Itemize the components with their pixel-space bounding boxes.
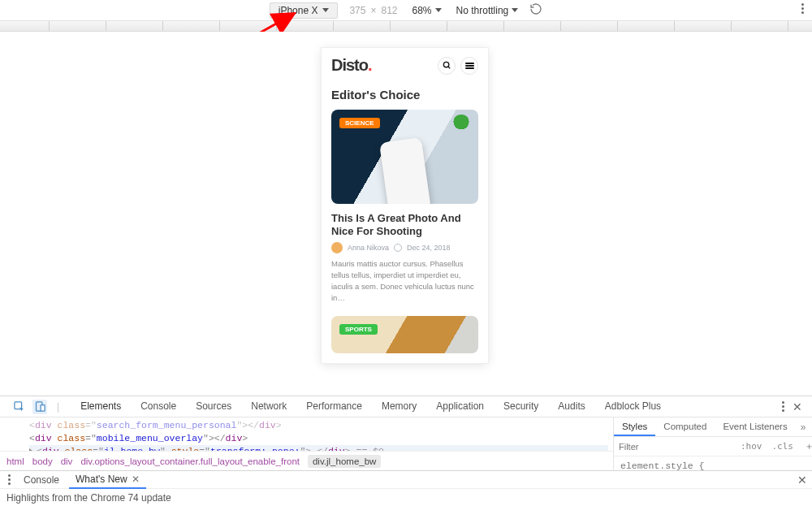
kebab-icon bbox=[801, 3, 804, 14]
dim-x: × bbox=[370, 5, 376, 16]
devtools-tabs: | Elements Console Sources Network Perfo… bbox=[0, 396, 812, 417]
dim-height[interactable]: 812 bbox=[381, 5, 397, 16]
chevron-down-icon bbox=[512, 8, 518, 12]
expand-icon[interactable] bbox=[29, 448, 33, 451]
section-title: Editor's Choice bbox=[322, 81, 488, 110]
close-drawer-button[interactable]: ✕ bbox=[797, 474, 807, 487]
hov-toggle[interactable]: :hov bbox=[736, 441, 767, 452]
tab-sources[interactable]: Sources bbox=[186, 396, 241, 417]
tab-console[interactable]: Console bbox=[131, 396, 186, 417]
drawer-more-button[interactable] bbox=[5, 474, 14, 485]
category-badge[interactable]: SCIENCE bbox=[339, 118, 380, 128]
tab-network[interactable]: Network bbox=[241, 396, 296, 417]
devtools-more-button[interactable] bbox=[782, 401, 784, 412]
device-canvas: Disto. Editor's Choice SCIENCE This Is A… bbox=[0, 32, 812, 396]
article-date: Dec 24, 2018 bbox=[407, 244, 451, 252]
device-select-label: iPhone X bbox=[279, 5, 318, 16]
elements-panel: <div class="search_form_menu_personal"><… bbox=[0, 417, 614, 470]
tab-audits[interactable]: Audits bbox=[548, 396, 594, 417]
tab-styles[interactable]: Styles bbox=[614, 417, 655, 436]
site-logo[interactable]: Disto. bbox=[331, 56, 372, 75]
chevron-down-icon bbox=[435, 8, 442, 12]
close-tab-button[interactable]: ✕ bbox=[132, 474, 140, 485]
category-badge[interactable]: SPORTS bbox=[339, 324, 378, 335]
search-icon bbox=[443, 61, 451, 70]
styles-body[interactable]: element.style { transform: none; bbox=[614, 456, 812, 470]
crumb-div1[interactable]: div bbox=[61, 456, 73, 466]
more-options-button[interactable] bbox=[801, 3, 804, 14]
dimensions: 375 × 812 bbox=[349, 5, 397, 16]
chevron-down-icon bbox=[322, 8, 329, 12]
avatar[interactable] bbox=[331, 242, 343, 253]
divider: | bbox=[54, 401, 63, 413]
article-title[interactable]: This Is A Great Photo And Nice For Shoot… bbox=[322, 204, 488, 242]
article-byline: Anna Nikova Dec 24, 2018 bbox=[322, 242, 488, 258]
styles-tabs: Styles Computed Event Listeners » bbox=[614, 417, 812, 437]
zoom-select[interactable]: 68% bbox=[412, 5, 442, 16]
drawer: Console What's New ✕ ✕ Highlights from t… bbox=[0, 470, 812, 506]
drawer-tab-whatsnew[interactable]: What's New ✕ bbox=[69, 471, 146, 489]
close-devtools-button[interactable]: ✕ bbox=[793, 400, 802, 413]
rotate-button[interactable] bbox=[529, 2, 542, 18]
styles-filter-bar: :hov .cls ＋ bbox=[614, 437, 812, 456]
logo-dot: . bbox=[368, 56, 372, 74]
crumb-html[interactable]: html bbox=[6, 456, 24, 466]
author-name[interactable]: Anna Nikova bbox=[348, 244, 389, 252]
hero-decor bbox=[452, 115, 470, 132]
styles-filter-input[interactable] bbox=[614, 439, 736, 455]
drawer-tab-label: What's New bbox=[76, 474, 127, 485]
article-hero-image[interactable]: SCIENCE bbox=[331, 110, 478, 204]
inspect-element-button[interactable] bbox=[11, 400, 26, 414]
dom-line[interactable]: <div class="mobile_menu_overlay"></div> bbox=[29, 432, 608, 445]
drawer-body: Highlights from the Chrome 74 update bbox=[0, 489, 812, 506]
throttling-value: No throttling bbox=[456, 5, 509, 16]
drawer-tab-console[interactable]: Console bbox=[17, 472, 66, 488]
search-button[interactable] bbox=[438, 57, 456, 75]
svg-point-1 bbox=[443, 62, 448, 67]
tab-event-listeners[interactable]: Event Listeners bbox=[715, 417, 795, 436]
tab-elements[interactable]: Elements bbox=[71, 396, 131, 417]
tab-security[interactable]: Security bbox=[494, 396, 548, 417]
ruler bbox=[0, 21, 812, 32]
hamburger-icon bbox=[465, 62, 474, 70]
device-select[interactable]: iPhone X bbox=[270, 2, 339, 19]
article2-hero-image[interactable]: SPORTS bbox=[331, 316, 478, 353]
toggle-device-button[interactable] bbox=[32, 400, 47, 414]
clock-icon bbox=[394, 244, 402, 252]
svg-rect-5 bbox=[41, 405, 45, 412]
new-style-rule-button[interactable]: ＋ bbox=[798, 440, 812, 452]
devtools-panel: | Elements Console Sources Network Perfo… bbox=[0, 396, 812, 506]
breadcrumb: html body div div.options_layout_contain… bbox=[0, 451, 613, 470]
svg-line-2 bbox=[447, 67, 449, 68]
dom-line[interactable]: <div class="search_form_menu_personal"><… bbox=[29, 419, 608, 432]
tab-adblock[interactable]: Adblock Plus bbox=[595, 396, 671, 417]
menu-button[interactable] bbox=[460, 57, 478, 75]
dim-width[interactable]: 375 bbox=[349, 5, 365, 16]
dom-tree[interactable]: <div class="search_form_menu_personal"><… bbox=[0, 417, 613, 451]
tab-performance[interactable]: Performance bbox=[296, 396, 372, 417]
logo-text: Disto bbox=[331, 56, 368, 74]
tab-computed[interactable]: Computed bbox=[655, 417, 715, 436]
tab-memory[interactable]: Memory bbox=[372, 396, 426, 417]
crumb-selected[interactable]: div.jl_home_bw bbox=[308, 455, 381, 468]
device-preview[interactable]: Disto. Editor's Choice SCIENCE This Is A… bbox=[322, 48, 488, 363]
site-header: Disto. bbox=[322, 48, 488, 81]
dom-line-selected[interactable]: <div class="jl_home_bw" style="transform… bbox=[29, 445, 608, 451]
tab-application[interactable]: Application bbox=[426, 396, 494, 417]
zoom-value: 68% bbox=[412, 5, 432, 16]
throttling-select[interactable]: No throttling bbox=[456, 5, 519, 16]
article-excerpt: Mauris mattis auctor cursus. Phasellus t… bbox=[322, 258, 488, 316]
cls-toggle[interactable]: .cls bbox=[767, 441, 799, 452]
crumb-body[interactable]: body bbox=[32, 456, 53, 466]
styles-panel: Styles Computed Event Listeners » :hov .… bbox=[614, 417, 812, 470]
device-toolbar: iPhone X 375 × 812 68% No throttling bbox=[0, 0, 812, 21]
more-tabs-button[interactable]: » bbox=[796, 422, 811, 433]
style-rule-selector: element.style { bbox=[620, 460, 806, 470]
crumb-div2[interactable]: div.options_layout_container.full_layout… bbox=[80, 456, 300, 466]
